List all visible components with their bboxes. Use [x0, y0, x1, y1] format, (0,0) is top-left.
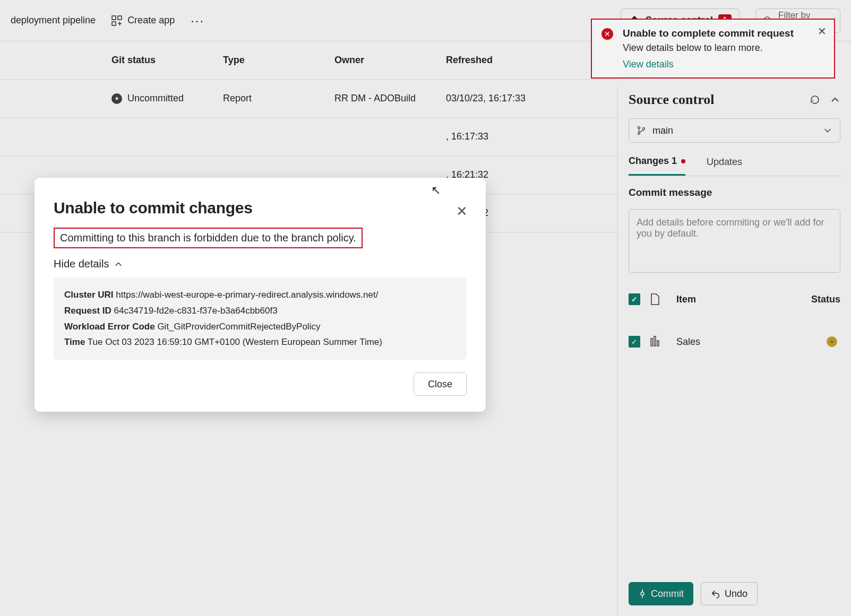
git-branch-icon: [637, 126, 646, 135]
modal-close-button[interactable]: Close: [414, 372, 467, 396]
detail-label: Workload Error Code: [64, 322, 155, 332]
svg-rect-1: [118, 16, 122, 20]
table-row[interactable]: ✦ Uncommitted Report RR DM - ADOBuild 03…: [0, 80, 617, 118]
branch-name: main: [652, 125, 673, 136]
item-row[interactable]: ✓ Sales ≈: [629, 326, 840, 358]
svg-rect-10: [657, 341, 659, 346]
tabs: Changes 1 Updates: [629, 153, 840, 176]
commit-message-label: Commit message: [629, 187, 840, 198]
col-owner[interactable]: Owner: [334, 55, 446, 66]
svg-point-6: [638, 132, 640, 134]
cell-type: Report: [223, 93, 334, 104]
select-all-checkbox[interactable]: ✓: [629, 293, 640, 305]
detail-value: https://wabi-west-europe-e-primary-redir…: [116, 290, 378, 300]
modal-title: Unable to commit changes: [54, 199, 467, 217]
create-app-button[interactable]: Create app: [111, 15, 175, 26]
cell-owner: RR DM - ADOBuild: [334, 93, 446, 104]
item-checkbox[interactable]: ✓: [629, 336, 640, 348]
toast-body: View details below to learn more.: [623, 42, 807, 54]
detail-label: Request ID: [64, 306, 111, 316]
detail-label: Cluster URI: [64, 290, 114, 300]
svg-rect-2: [112, 22, 116, 25]
toast-view-details-link[interactable]: View details: [623, 59, 807, 70]
hide-details-label: Hide details: [54, 258, 109, 270]
col-refreshed[interactable]: Refreshed: [446, 55, 557, 66]
commit-label: Commit: [651, 588, 684, 600]
detail-value: Git_GitProviderCommitRejectedByPolicy: [157, 322, 320, 332]
table-header-row: Git status Type Owner Refreshed: [0, 41, 617, 80]
col-type[interactable]: Type: [223, 55, 334, 66]
app-icon: [111, 15, 122, 26]
svg-rect-9: [654, 336, 656, 346]
status-uncommitted-icon: ≈: [827, 336, 837, 347]
svg-point-7: [643, 127, 645, 129]
svg-rect-8: [651, 339, 652, 346]
item-name: Sales: [676, 336, 793, 348]
tab-changes-label: Changes 1: [629, 155, 677, 167]
chevron-up-icon: [114, 259, 123, 269]
commit-icon: [638, 589, 647, 598]
semantic-model-icon: [650, 335, 676, 348]
svg-point-5: [638, 127, 640, 129]
undo-button[interactable]: Undo: [701, 582, 758, 605]
commit-message-input[interactable]: Add details before commiting or we'll ad…: [629, 209, 840, 273]
file-icon: [650, 293, 676, 306]
error-icon: ✕: [601, 28, 613, 40]
cell-refreshed: 03/10/23, 16:17:33: [446, 93, 557, 104]
table-row[interactable]: , 16:17:33: [0, 118, 617, 156]
commit-button[interactable]: Commit: [629, 582, 693, 605]
modal-close-icon[interactable]: ✕: [456, 203, 468, 220]
toast-title: Unable to complete commit request: [623, 27, 807, 40]
error-modal: Unable to commit changes ✕ Committing to…: [35, 178, 486, 412]
hide-details-toggle[interactable]: Hide details: [54, 258, 467, 270]
detail-label: Time: [64, 337, 85, 347]
col-item: Item: [676, 294, 793, 305]
items-header: ✓ Item Status: [629, 283, 840, 315]
svg-point-11: [641, 592, 644, 595]
uncommitted-icon: ✦: [111, 93, 122, 104]
cell-refreshed: , 16:17:33: [446, 131, 557, 142]
error-details: Cluster URI https://wabi-west-europe-e-p…: [54, 277, 467, 360]
modal-message: Committing to this branch is forbidden d…: [54, 228, 363, 248]
detail-value: Tue Oct 03 2023 16:59:10 GMT+0100 (Weste…: [88, 337, 382, 347]
svg-rect-0: [112, 16, 116, 20]
chevron-up-icon[interactable]: [830, 94, 840, 105]
source-control-panel: Source control main Changes 1 Updates Co…: [617, 88, 851, 616]
chevron-down-icon: [823, 126, 832, 135]
tab-updates[interactable]: Updates: [707, 153, 742, 176]
col-status: Status: [811, 294, 840, 305]
more-actions-button[interactable]: ···: [191, 13, 204, 28]
col-git-status[interactable]: Git status: [111, 55, 223, 66]
undo-icon: [711, 589, 720, 598]
branch-selector[interactable]: main: [629, 118, 840, 143]
cell-git: Uncommitted: [127, 93, 184, 104]
error-toast: ✕ ✕ Unable to complete commit request Vi…: [591, 19, 835, 79]
toast-close-button[interactable]: ✕: [818, 25, 827, 38]
panel-title: Source control: [629, 92, 715, 108]
deployment-pipeline-button[interactable]: deployment pipeline: [11, 15, 96, 26]
undo-label: Undo: [725, 588, 747, 600]
detail-value: 64c34719-fd2e-c831-f37e-b3a64cbb60f3: [114, 306, 278, 316]
create-app-label: Create app: [127, 15, 175, 26]
tab-changes[interactable]: Changes 1: [629, 153, 685, 176]
changes-indicator-icon: [681, 159, 685, 163]
refresh-icon[interactable]: [810, 94, 820, 105]
